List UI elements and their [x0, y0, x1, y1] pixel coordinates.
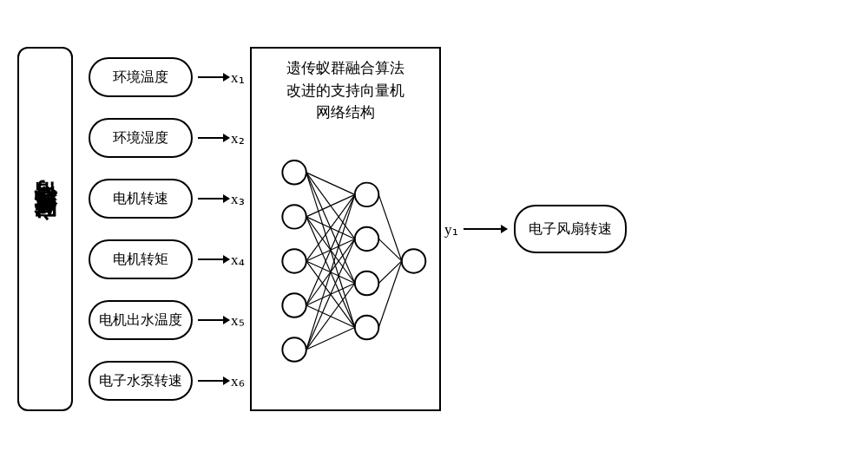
x-label-1: x₁ [231, 69, 250, 87]
arrows-labels: x₁ x₂ x₃ x₄ x₅ x₆ [198, 47, 250, 411]
svg-point-3 [282, 293, 306, 317]
input-pill-2: 环境湿度 [89, 118, 193, 158]
x-label-2: x₂ [231, 129, 250, 147]
x-label-3: x₃ [231, 190, 250, 208]
network-box: 遗传蚁群融合算法 改进的支持向量机 网络结构 [250, 47, 441, 411]
svg-point-9 [402, 249, 425, 272]
y1-arrow [464, 228, 507, 230]
input-pill-4: 电机转矩 [89, 239, 193, 279]
arrow-6 [198, 380, 229, 382]
sensor-label-text: 实时传感器信号 [30, 217, 61, 241]
x-label-4: x₄ [231, 251, 250, 269]
svg-point-2 [282, 249, 306, 272]
arrow-2 [198, 137, 229, 139]
svg-point-4 [282, 337, 306, 361]
svg-point-6 [355, 226, 378, 250]
inputs-column: 环境温度 环境湿度 电机转速 电机转矩 电机出水温度 电子水泵转速 [89, 47, 193, 411]
x-label-5: x₅ [231, 311, 250, 330]
x-label-6: x₆ [231, 372, 250, 390]
network-svg [252, 131, 439, 410]
arrow-row-5: x₅ [198, 311, 250, 330]
svg-point-8 [355, 315, 378, 338]
svg-point-5 [355, 182, 378, 206]
svg-line-29 [306, 327, 355, 350]
svg-point-1 [282, 205, 306, 228]
input-pill-6: 电子水泵转速 [89, 361, 193, 401]
arrow-5 [198, 319, 229, 321]
arrow-3 [198, 198, 229, 200]
arrow-row-2: x₂ [198, 129, 250, 147]
svg-line-33 [378, 260, 402, 327]
main-diagram: 实时传感器信号 环境温度 环境湿度 电机转速 电机转矩 电机出水温度 电子水泵转… [17, 16, 851, 442]
sensor-label-box: 实时传感器信号 [17, 47, 73, 411]
arrow-4 [198, 258, 229, 260]
input-pill-3: 电机转速 [89, 179, 193, 219]
y1-label: y₁ [444, 220, 458, 239]
svg-line-27 [306, 239, 355, 350]
svg-point-7 [355, 271, 378, 294]
svg-line-14 [306, 194, 355, 217]
input-pill-1: 环境温度 [89, 57, 193, 97]
y1-area: y₁ [444, 220, 507, 239]
svg-line-10 [306, 172, 355, 194]
arrow-row-1: x₁ [198, 69, 250, 87]
svg-line-30 [378, 194, 402, 261]
svg-line-22 [306, 194, 355, 305]
arrow-row-3: x₃ [198, 190, 250, 208]
network-title: 遗传蚁群融合算法 改进的支持向量机 网络结构 [286, 57, 404, 124]
arrow-row-6: x₆ [198, 372, 250, 390]
input-pill-5: 电机出水温度 [89, 300, 193, 340]
output-box: 电子风扇转速 [514, 205, 627, 253]
arrow-1 [198, 76, 229, 78]
svg-line-26 [306, 194, 355, 350]
arrow-row-4: x₄ [198, 251, 250, 269]
svg-point-0 [282, 160, 306, 184]
